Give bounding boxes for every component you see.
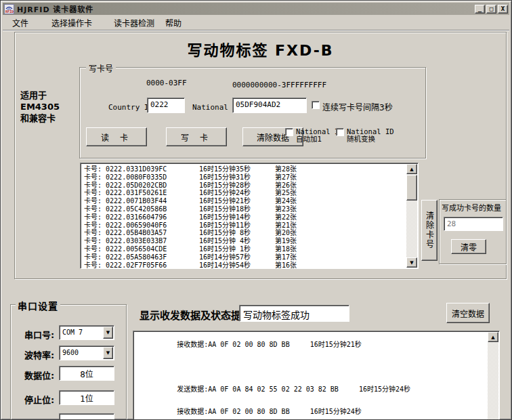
card-list-item[interactable]: 卡号: 0222.02F7F05F66 16时14分钟54秒 第16张 — [84, 261, 406, 269]
card-count-cell: 第26张 — [275, 182, 406, 190]
app-window: RFID HJRFID 读卡器软件 _ □ X 文件 选择操作卡 读卡器检测 帮… — [0, 0, 512, 420]
card-list-item[interactable]: 卡号: 0222.0316604796 16时15分钟14秒 第22张 — [84, 213, 406, 222]
stopbits-field[interactable]: 1位 — [59, 390, 114, 405]
reset-count-button[interactable]: 清零 — [451, 239, 486, 254]
card-id-cell: 卡号: 0222.0071B03F44 — [84, 197, 199, 205]
log-line: 发送数据:AA 0F 0A 84 02 55 02 22 03 82 BB16时… — [136, 378, 488, 400]
interval-checkbox-row: 连续写卡号间隔3秒 — [312, 101, 393, 112]
databits-field[interactable]: 8位 — [59, 366, 114, 381]
app-icon: RFID — [4, 4, 14, 14]
card-list-item[interactable]: 卡号: 0222.05B4B03A57 16时15分钟 8秒 第20张 — [84, 229, 406, 237]
card-id-cell: 卡号: 0222.05A580463F — [84, 253, 199, 261]
data-log-area[interactable]: 接收数据:AA 0F 02 00 80 8D BB16时15分钟21秒 发送数据… — [133, 331, 500, 420]
close-button[interactable]: X — [498, 5, 508, 14]
success-count-label: 写成功卡号的数量 — [442, 202, 501, 213]
clear-log-button[interactable]: 清空数据 — [446, 303, 490, 323]
card-time-cell: 16时15分钟11秒 — [199, 222, 275, 230]
baud-select[interactable]: 9600 ▼ — [59, 345, 114, 360]
write-card-button[interactable]: 写 卡 — [166, 127, 227, 146]
card-list-item[interactable]: 卡号: 0222.0071B03F44 16时15分钟21秒 第24张 — [84, 197, 406, 205]
country-id-field[interactable]: 0222 — [147, 98, 185, 113]
card-id-cell: 卡号: 0222.00659040F6 — [84, 222, 199, 230]
random-change-label: National ID 随机变换 — [347, 128, 394, 143]
card-list-item[interactable]: 卡号: 0222.00659040F6 16时15分钟11秒 第21张 — [84, 222, 406, 230]
port-dropdown-icon[interactable]: ▼ — [103, 327, 113, 339]
svg-text:RFID: RFID — [5, 9, 14, 14]
log-time-cell: 16时15分钟24秒 — [310, 408, 362, 415]
card-list-item[interactable]: 卡号: 0222.0080F0335D 16时15分钟31秒 第27张 — [84, 173, 406, 182]
menu-file[interactable]: 文件 — [8, 16, 33, 30]
log-data-cell: 接收数据:AA 0F 02 00 80 8D BB — [177, 341, 289, 348]
card-count-cell: 第21张 — [275, 222, 406, 230]
success-count-field[interactable]: 28 — [444, 217, 503, 231]
card-list-scrollbar[interactable]: ▲ ▼ — [406, 164, 417, 268]
scroll-down-icon[interactable]: ▼ — [406, 257, 417, 268]
national-id-field[interactable]: 05DF904AD2 — [232, 98, 307, 113]
card-id-cell: 卡号: 0222.05B4B03A57 — [84, 229, 199, 237]
scroll-up-icon[interactable]: ▲ — [406, 164, 417, 174]
card-time-cell: 16时14分钟54秒 — [199, 261, 275, 269]
card-id-cell: 卡号: 0222.0080F0335D — [84, 173, 199, 182]
page-title: 写动物标签 FXD-B — [15, 38, 506, 60]
log-lines: 接收数据:AA 0F 02 00 80 8D BB16时15分钟21秒 发送数据… — [134, 332, 488, 420]
log-scrollbar[interactable]: ▲ — [488, 332, 498, 420]
card-list-scrollbar-thumb[interactable] — [406, 175, 417, 201]
card-id-cell: 卡号: 0222.0331D039FC — [84, 165, 199, 173]
card-list-item[interactable]: 卡号: 0222.0331D039FC 16时15分钟35秒 第28张 — [84, 165, 406, 173]
card-time-cell: 16时15分钟35秒 — [199, 165, 275, 173]
parity-field-partial[interactable] — [59, 413, 114, 420]
menu-reader-test[interactable]: 读卡器检测 — [110, 16, 158, 30]
menu-help[interactable]: 帮助 — [161, 16, 186, 30]
minimize-button[interactable]: _ — [475, 5, 485, 14]
card-list-item[interactable]: 卡号: 0222.05C420586B 16时15分钟18秒 第23张 — [84, 205, 406, 213]
card-time-cell: 16时15分钟24秒 — [199, 189, 275, 197]
interval-checkbox[interactable] — [312, 101, 320, 109]
card-count-cell: 第18张 — [275, 245, 406, 253]
card-list-item[interactable]: 卡号: 0222.0303E033B7 16时15分钟 4秒 第19张 — [84, 237, 406, 245]
menu-select-card[interactable]: 选择操作卡 — [47, 16, 96, 30]
card-count-cell: 第23张 — [275, 205, 406, 213]
card-count-cell: 第16张 — [275, 261, 406, 269]
random-change-label-line2: 随机变换 — [347, 135, 394, 143]
window-title: HJRFID 读卡器软件 — [17, 3, 93, 14]
write-card-group-legend: 写卡号 — [86, 62, 116, 74]
status-field[interactable]: 写动物标签成功 — [239, 305, 349, 322]
port-label: 串口号: — [24, 328, 54, 341]
serial-settings-group: 串口设置 串口号: COM 7 ▼ 波特率: 9600 ▼ 数据位: 8位 停止… — [10, 304, 127, 420]
success-count-group: 写成功卡号的数量 28 清零 — [439, 199, 507, 264]
status-prompt-label: 显示收发数据及状态提示: — [140, 308, 255, 322]
card-list-item[interactable]: 卡号: 0222.05A580463F 16时14分钟57秒 第17张 — [84, 253, 406, 261]
serial-settings-legend: 串口设置 — [16, 299, 60, 312]
card-record-list[interactable]: 卡号: 0222.0331D039FC 16时15分钟35秒 第28张 卡号: … — [80, 163, 419, 269]
rfid-wave-icon: RFID — [5, 5, 14, 14]
card-time-cell: 16时15分钟28秒 — [199, 182, 275, 190]
card-id-cell: 卡号: 0222.05D0202CBD — [84, 182, 199, 190]
log-scroll-up-icon[interactable]: ▲ — [488, 332, 498, 342]
card-list-item[interactable]: 卡号: 0222.05D0202CBD 16时15分钟28秒 第26张 — [84, 182, 406, 190]
card-time-cell: 16时14分钟57秒 — [199, 253, 275, 261]
clear-card-number-button[interactable]: 清除卡号 — [421, 200, 438, 261]
card-list-item[interactable]: 卡号: 0222.0056504CDE 16时15分钟 1秒 第18张 — [84, 245, 406, 253]
national-id-range: 0000000000-3FFFFFFFFF — [232, 81, 326, 89]
log-line: 接收数据:AA 0F 02 00 80 8D BB16时15分钟24秒 — [136, 400, 488, 420]
baud-dropdown-icon[interactable]: ▼ — [103, 347, 113, 359]
card-list-item[interactable]: 卡号: 0222.031F50261E 16时15分钟24秒 第25张 — [84, 189, 406, 197]
write-card-group: 写卡号 0000-03FF 0000000000-3FFFFFFFFF Coun… — [79, 67, 426, 159]
read-card-button[interactable]: 读 卡 — [86, 127, 147, 146]
auto-increment-checkbox[interactable] — [285, 128, 293, 136]
maximize-button[interactable]: □ — [486, 5, 496, 14]
random-change-checkbox[interactable] — [336, 128, 344, 136]
compatibility-note-line1: 适用于EM4305 — [20, 89, 85, 112]
card-time-cell: 16时15分钟 4秒 — [199, 237, 275, 245]
card-count-cell: 第19张 — [275, 237, 406, 245]
card-id-cell: 卡号: 0222.02F7F05F66 — [84, 261, 199, 269]
log-data-cell: 发送数据:AA 0F 0A 84 02 55 02 22 03 82 BB — [177, 385, 339, 393]
databits-label: 数据位: — [24, 369, 54, 381]
card-count-cell: 第27张 — [275, 173, 406, 182]
card-count-cell: 第28张 — [275, 165, 406, 173]
random-change-checkbox-row: National ID 随机变换 — [336, 128, 394, 143]
card-rows: 卡号: 0222.0331D039FC 16时15分钟35秒 第28张 卡号: … — [81, 164, 406, 268]
card-time-cell: 16时15分钟 8秒 — [199, 229, 275, 237]
port-select[interactable]: COM 7 ▼ — [59, 325, 114, 340]
card-time-cell: 16时15分钟14秒 — [199, 213, 275, 222]
